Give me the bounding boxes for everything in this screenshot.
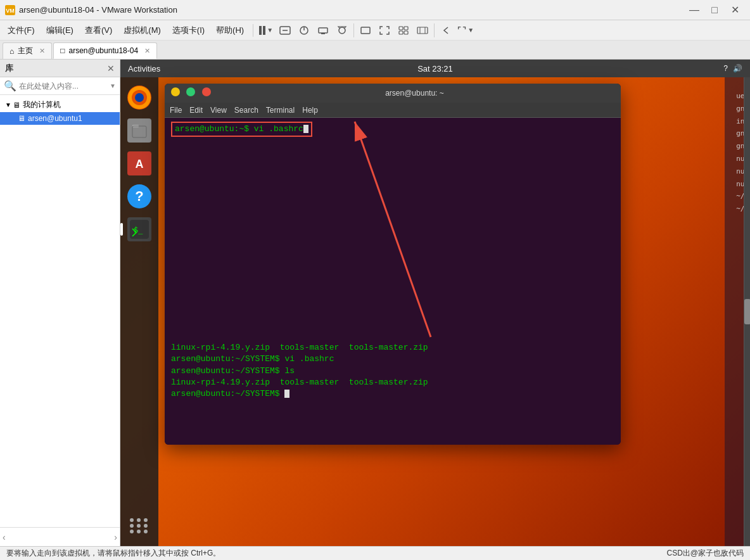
svg-text:VM: VM bbox=[6, 8, 15, 14]
command-line-container: arsen@ubuntu:~$ vi .bashrc bbox=[171, 122, 614, 137]
svg-text:A: A bbox=[136, 158, 144, 170]
status-left-text: 要将输入走向到该虚拟机，请将鼠标指针移入其中或按 Ctrl+G。 bbox=[6, 548, 220, 559]
svg-rect-9 bbox=[399, 27, 403, 30]
snapshot-button[interactable] bbox=[333, 22, 351, 39]
menu-edit[interactable]: 编辑(E) bbox=[41, 22, 79, 39]
dock-appstore[interactable]: A bbox=[125, 150, 153, 177]
tray-sound-icon[interactable]: 🔊 bbox=[733, 64, 742, 73]
terminal-menu-file[interactable]: File bbox=[170, 106, 182, 115]
menu-vm[interactable]: 虚拟机(M) bbox=[118, 22, 166, 39]
terminal-command-line: arsen@ubuntu:~$ vi .bashrc bbox=[175, 124, 303, 134]
library-close-button[interactable]: ✕ bbox=[107, 63, 115, 73]
library-tree: ▼ 🖥 我的计算机 🖥 arsen@ubuntu1 bbox=[0, 95, 120, 527]
toolbar-separator-2 bbox=[353, 23, 354, 37]
terminal-window[interactable]: arsen@ubuntu: ~ File Edit View Search Te… bbox=[165, 84, 621, 445]
svg-rect-19 bbox=[132, 126, 146, 137]
minimize-button[interactable]: — bbox=[684, 1, 704, 19]
svg-rect-11 bbox=[399, 31, 403, 34]
tab-home[interactable]: ⌂ 主页 ✕ bbox=[3, 42, 52, 59]
tab-home-close[interactable]: ✕ bbox=[39, 47, 45, 55]
library-panel: 库 ✕ 🔍 ▼ ▼ 🖥 我的计算机 🖥 arsen@ubuntu1 bbox=[0, 60, 120, 546]
title-bar-controls: — □ ✕ bbox=[684, 1, 745, 19]
tree-expand-icon: ▼ bbox=[5, 101, 11, 108]
terminal-menu-terminal[interactable]: Terminal bbox=[266, 106, 295, 115]
dock-apps[interactable] bbox=[125, 512, 153, 540]
vm-display-area[interactable]: Activities Sat 23:21 ? 🔊 bbox=[120, 60, 750, 546]
tab-vm[interactable]: □ arsen@ubuntu18-04 ✕ bbox=[53, 42, 157, 59]
terminal-body[interactable]: arsen@ubuntu:~$ vi .bashrc linux-rpi-4.1… bbox=[165, 118, 621, 445]
tab-bar: ⌂ 主页 ✕ □ arsen@ubuntu18-04 ✕ bbox=[0, 41, 750, 60]
power-on-button[interactable] bbox=[295, 22, 313, 39]
normal-view-button[interactable] bbox=[357, 22, 374, 39]
terminal-menubar: File Edit View Search Terminal Help bbox=[165, 103, 621, 118]
files-icon bbox=[127, 118, 151, 143]
terminal-empty-space bbox=[171, 139, 614, 342]
stretch-button[interactable] bbox=[414, 22, 431, 39]
tree-label-mycomputer: 我的计算机 bbox=[23, 99, 61, 110]
scroll-left-button[interactable]: ‹ bbox=[3, 532, 6, 542]
menu-help[interactable]: 帮助(H) bbox=[211, 22, 249, 39]
dock-files[interactable] bbox=[125, 117, 153, 144]
menu-file[interactable]: 文件(F) bbox=[3, 22, 40, 39]
ubuntu-topbar: Activities Sat 23:21 ? 🔊 bbox=[120, 60, 750, 77]
send-ctrlaltdel-button[interactable] bbox=[276, 22, 294, 39]
library-search-input[interactable] bbox=[19, 82, 107, 91]
fullscreen-button[interactable] bbox=[376, 22, 393, 39]
status-bar: 要将输入走向到该虚拟机，请将鼠标指针移入其中或按 Ctrl+G。 CSD出@家子… bbox=[0, 546, 750, 560]
maximize-button[interactable]: □ bbox=[704, 1, 725, 19]
vm-icon: 🖥 bbox=[18, 114, 25, 123]
right-partial-area: uea gnu inu gnu gnu nux nux nux ~/a ~/a bbox=[725, 77, 750, 546]
library-header: 库 ✕ bbox=[0, 60, 120, 77]
search-icon: 🔍 bbox=[4, 80, 16, 92]
scroll-right-button[interactable]: › bbox=[114, 532, 117, 542]
svg-rect-5 bbox=[319, 28, 327, 33]
terminal-titlebar: arsen@ubuntu: ~ bbox=[165, 84, 621, 103]
vmware-icon: VM bbox=[5, 5, 15, 15]
unity-button[interactable] bbox=[395, 22, 412, 39]
svg-point-18 bbox=[135, 93, 144, 102]
command-highlight-box: arsen@ubuntu:~$ vi .bashrc bbox=[171, 122, 312, 137]
tray-question-icon[interactable]: ? bbox=[723, 64, 728, 73]
title-text: arsen@ubuntu18-04 - VMware Workstation bbox=[19, 5, 177, 15]
main-content: 库 ✕ 🔍 ▼ ▼ 🖥 我的计算机 🖥 arsen@ubuntu1 bbox=[0, 60, 750, 546]
help-icon: ? bbox=[127, 184, 151, 208]
terminal-cursor bbox=[303, 125, 308, 133]
suspend-button[interactable] bbox=[314, 22, 332, 39]
tree-item-arsen-vm[interactable]: 🖥 arsen@ubuntu1 bbox=[0, 112, 120, 125]
dock-firefox[interactable] bbox=[125, 84, 153, 111]
terminal-history-4: arsen@ubuntu:~/SYSTEM$ bbox=[171, 388, 614, 400]
vmware-window: VM arsen@ubuntu18-04 - VMware Workstatio… bbox=[0, 0, 750, 560]
terminal-cursor-2 bbox=[284, 390, 289, 398]
prev-button[interactable] bbox=[437, 22, 455, 39]
scrollbar-thumb[interactable] bbox=[744, 299, 750, 324]
ubuntu-desktop[interactable]: Activities Sat 23:21 ? 🔊 bbox=[120, 60, 750, 546]
terminal-window-buttons bbox=[171, 87, 215, 99]
menu-view[interactable]: 查看(V) bbox=[80, 22, 117, 39]
tab-vm-close[interactable]: ✕ bbox=[144, 47, 150, 55]
terminal-maximize-button[interactable] bbox=[186, 87, 195, 96]
vm-tab-icon: □ bbox=[60, 46, 65, 55]
terminal-menu-help[interactable]: Help bbox=[302, 106, 318, 115]
terminal-menu-edit[interactable]: Edit bbox=[189, 106, 203, 115]
menu-tab[interactable]: 选项卡(I) bbox=[167, 22, 210, 39]
terminal-history-0: linux-rpi-4.19.y.zip tools-master tools-… bbox=[171, 342, 614, 353]
terminal-menu-view[interactable]: View bbox=[210, 106, 227, 115]
search-dropdown-icon[interactable]: ▼ bbox=[110, 82, 116, 89]
title-bar: VM arsen@ubuntu18-04 - VMware Workstatio… bbox=[0, 0, 750, 20]
tree-item-mycomputer[interactable]: ▼ 🖥 我的计算机 bbox=[0, 98, 120, 112]
close-button[interactable]: ✕ bbox=[725, 1, 745, 19]
dock-terminal[interactable]: $_ bbox=[125, 215, 153, 243]
pause-button[interactable]: ▼ bbox=[257, 22, 275, 39]
terminal-history-1: arsen@ubuntu:~/SYSTEM$ vi .bashrc bbox=[171, 353, 614, 365]
terminal-dock-icon: $_ bbox=[127, 217, 151, 241]
terminal-minimize-button[interactable] bbox=[171, 87, 180, 96]
fullscreen2-button[interactable]: ▼ bbox=[456, 22, 474, 39]
terminal-menu-search[interactable]: Search bbox=[234, 106, 258, 115]
firefox-icon bbox=[127, 86, 151, 110]
library-search-bar: 🔍 ▼ bbox=[0, 77, 120, 95]
dock-help[interactable]: ? bbox=[125, 182, 153, 210]
scrollbar-track[interactable] bbox=[744, 77, 750, 546]
apps-grid-icon bbox=[127, 514, 151, 538]
terminal-close-button[interactable] bbox=[202, 87, 211, 96]
ubuntu-activities-button[interactable]: Activities bbox=[128, 64, 160, 73]
